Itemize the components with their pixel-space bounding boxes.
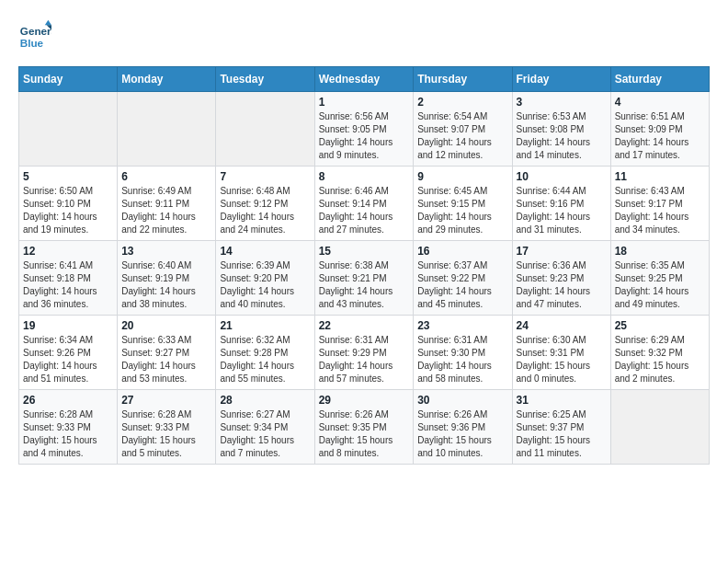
calendar-cell: 7Sunrise: 6:48 AM Sunset: 9:12 PM Daylig… (216, 167, 314, 241)
calendar-cell: 18Sunrise: 6:35 AM Sunset: 9:25 PM Dayli… (610, 241, 709, 316)
svg-marker-2 (45, 20, 51, 25)
day-number: 7 (220, 170, 310, 183)
calendar-cell: 19Sunrise: 6:34 AM Sunset: 9:26 PM Dayli… (19, 316, 118, 390)
logo-icon: General Blue (18, 18, 51, 52)
day-info: Sunrise: 6:48 AM Sunset: 9:12 PM Dayligh… (220, 185, 310, 236)
calendar-cell (118, 92, 216, 167)
calendar-week-row: 19Sunrise: 6:34 AM Sunset: 9:26 PM Dayli… (19, 316, 710, 390)
day-number: 9 (417, 170, 507, 183)
day-info: Sunrise: 6:33 AM Sunset: 9:27 PM Dayligh… (121, 334, 211, 385)
day-number: 8 (319, 170, 410, 183)
day-info: Sunrise: 6:54 AM Sunset: 9:07 PM Dayligh… (417, 110, 507, 162)
calendar-cell: 16Sunrise: 6:37 AM Sunset: 9:22 PM Dayli… (414, 241, 512, 316)
day-info: Sunrise: 6:44 AM Sunset: 9:16 PM Dayligh… (517, 185, 607, 236)
day-number: 16 (417, 245, 507, 258)
calendar-week-row: 26Sunrise: 6:28 AM Sunset: 9:33 PM Dayli… (19, 390, 710, 465)
calendar-cell: 25Sunrise: 6:29 AM Sunset: 9:32 PM Dayli… (610, 316, 709, 390)
calendar-cell: 2Sunrise: 6:54 AM Sunset: 9:07 PM Daylig… (414, 92, 512, 167)
day-info: Sunrise: 6:49 AM Sunset: 9:11 PM Dayligh… (121, 185, 211, 236)
calendar-cell: 17Sunrise: 6:36 AM Sunset: 9:23 PM Dayli… (512, 241, 610, 316)
calendar-cell: 27Sunrise: 6:28 AM Sunset: 9:33 PM Dayli… (118, 390, 216, 465)
calendar-cell: 29Sunrise: 6:26 AM Sunset: 9:35 PM Dayli… (314, 390, 414, 465)
calendar-cell: 21Sunrise: 6:32 AM Sunset: 9:28 PM Dayli… (216, 316, 314, 390)
page-header: General Blue (18, 18, 710, 52)
calendar-cell: 26Sunrise: 6:28 AM Sunset: 9:33 PM Dayli… (19, 390, 118, 465)
weekday-header-wednesday: Wednesday (314, 67, 414, 92)
calendar-cell: 24Sunrise: 6:30 AM Sunset: 9:31 PM Dayli… (512, 316, 610, 390)
svg-text:Blue: Blue (20, 37, 44, 49)
calendar-cell: 8Sunrise: 6:46 AM Sunset: 9:14 PM Daylig… (314, 167, 414, 241)
day-info: Sunrise: 6:45 AM Sunset: 9:15 PM Dayligh… (417, 185, 507, 236)
day-number: 2 (417, 96, 507, 109)
day-number: 28 (220, 394, 310, 407)
day-number: 20 (121, 319, 211, 332)
calendar-cell: 15Sunrise: 6:38 AM Sunset: 9:21 PM Dayli… (314, 241, 414, 316)
day-info: Sunrise: 6:43 AM Sunset: 9:17 PM Dayligh… (615, 185, 705, 236)
day-info: Sunrise: 6:25 AM Sunset: 9:37 PM Dayligh… (517, 408, 607, 460)
calendar-cell: 20Sunrise: 6:33 AM Sunset: 9:27 PM Dayli… (118, 316, 216, 390)
calendar-cell: 30Sunrise: 6:26 AM Sunset: 9:36 PM Dayli… (414, 390, 512, 465)
day-number: 22 (319, 319, 410, 332)
day-number: 10 (517, 170, 607, 183)
day-info: Sunrise: 6:31 AM Sunset: 9:29 PM Dayligh… (319, 334, 410, 385)
weekday-header-thursday: Thursday (414, 67, 512, 92)
day-number: 31 (517, 394, 607, 407)
weekday-header-friday: Friday (512, 67, 610, 92)
day-info: Sunrise: 6:40 AM Sunset: 9:19 PM Dayligh… (121, 259, 211, 311)
day-number: 30 (417, 394, 507, 407)
calendar-cell: 12Sunrise: 6:41 AM Sunset: 9:18 PM Dayli… (19, 241, 118, 316)
calendar-cell: 9Sunrise: 6:45 AM Sunset: 9:15 PM Daylig… (414, 167, 512, 241)
calendar-cell: 31Sunrise: 6:25 AM Sunset: 9:37 PM Dayli… (512, 390, 610, 465)
calendar-cell (610, 390, 709, 465)
day-info: Sunrise: 6:26 AM Sunset: 9:36 PM Dayligh… (417, 408, 507, 460)
day-number: 18 (615, 245, 705, 258)
weekday-header-tuesday: Tuesday (216, 67, 314, 92)
calendar-cell: 13Sunrise: 6:40 AM Sunset: 9:19 PM Dayli… (118, 241, 216, 316)
day-info: Sunrise: 6:32 AM Sunset: 9:28 PM Dayligh… (220, 334, 310, 385)
day-info: Sunrise: 6:29 AM Sunset: 9:32 PM Dayligh… (615, 334, 705, 385)
day-info: Sunrise: 6:27 AM Sunset: 9:34 PM Dayligh… (220, 408, 310, 460)
day-info: Sunrise: 6:39 AM Sunset: 9:20 PM Dayligh… (220, 259, 310, 311)
day-number: 29 (319, 394, 410, 407)
calendar-cell: 28Sunrise: 6:27 AM Sunset: 9:34 PM Dayli… (216, 390, 314, 465)
day-number: 3 (517, 96, 607, 109)
calendar-week-row: 5Sunrise: 6:50 AM Sunset: 9:10 PM Daylig… (19, 167, 710, 241)
weekday-header-saturday: Saturday (610, 67, 709, 92)
weekday-header-sunday: Sunday (19, 67, 118, 92)
day-info: Sunrise: 6:35 AM Sunset: 9:25 PM Dayligh… (615, 259, 705, 311)
calendar-cell: 3Sunrise: 6:53 AM Sunset: 9:08 PM Daylig… (512, 92, 610, 167)
calendar-week-row: 1Sunrise: 6:56 AM Sunset: 9:05 PM Daylig… (19, 92, 710, 167)
day-number: 26 (23, 394, 113, 407)
day-info: Sunrise: 6:56 AM Sunset: 9:05 PM Dayligh… (319, 110, 410, 162)
day-info: Sunrise: 6:28 AM Sunset: 9:33 PM Dayligh… (121, 408, 211, 460)
day-number: 6 (121, 170, 211, 183)
day-number: 17 (517, 245, 607, 258)
calendar-table: SundayMondayTuesdayWednesdayThursdayFrid… (18, 66, 710, 465)
logo: General Blue (18, 18, 51, 52)
calendar-cell: 14Sunrise: 6:39 AM Sunset: 9:20 PM Dayli… (216, 241, 314, 316)
calendar-cell: 6Sunrise: 6:49 AM Sunset: 9:11 PM Daylig… (118, 167, 216, 241)
calendar-cell: 11Sunrise: 6:43 AM Sunset: 9:17 PM Dayli… (610, 167, 709, 241)
calendar-cell: 1Sunrise: 6:56 AM Sunset: 9:05 PM Daylig… (314, 92, 414, 167)
day-number: 27 (121, 394, 211, 407)
day-info: Sunrise: 6:31 AM Sunset: 9:30 PM Dayligh… (417, 334, 507, 385)
day-number: 14 (220, 245, 310, 258)
weekday-header-row: SundayMondayTuesdayWednesdayThursdayFrid… (19, 67, 710, 92)
calendar-cell: 23Sunrise: 6:31 AM Sunset: 9:30 PM Dayli… (414, 316, 512, 390)
calendar-cell: 4Sunrise: 6:51 AM Sunset: 9:09 PM Daylig… (610, 92, 709, 167)
day-number: 23 (417, 319, 507, 332)
day-number: 1 (319, 96, 410, 109)
day-number: 21 (220, 319, 310, 332)
weekday-header-monday: Monday (118, 67, 216, 92)
day-info: Sunrise: 6:26 AM Sunset: 9:35 PM Dayligh… (319, 408, 410, 460)
calendar-cell (19, 92, 118, 167)
calendar-cell: 10Sunrise: 6:44 AM Sunset: 9:16 PM Dayli… (512, 167, 610, 241)
day-info: Sunrise: 6:51 AM Sunset: 9:09 PM Dayligh… (615, 110, 705, 162)
day-number: 12 (23, 245, 113, 258)
calendar-cell: 5Sunrise: 6:50 AM Sunset: 9:10 PM Daylig… (19, 167, 118, 241)
day-info: Sunrise: 6:53 AM Sunset: 9:08 PM Dayligh… (517, 110, 607, 162)
day-info: Sunrise: 6:46 AM Sunset: 9:14 PM Dayligh… (319, 185, 410, 236)
day-info: Sunrise: 6:30 AM Sunset: 9:31 PM Dayligh… (517, 334, 607, 385)
day-number: 24 (517, 319, 607, 332)
day-info: Sunrise: 6:50 AM Sunset: 9:10 PM Dayligh… (23, 185, 113, 236)
